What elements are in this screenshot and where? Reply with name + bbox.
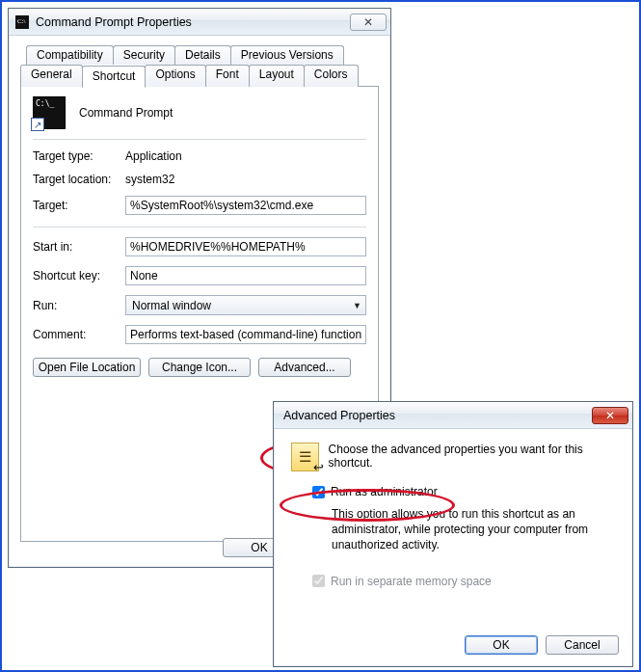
adv-cancel-button[interactable]: Cancel: [546, 635, 619, 655]
tab-colors[interactable]: Colors: [304, 65, 359, 87]
advanced-properties-dialog: Advanced Properties ✕ ☰ Choose the advan…: [273, 401, 633, 667]
run-as-admin-option[interactable]: Run as administrator: [312, 485, 615, 498]
open-file-location-button[interactable]: Open File Location: [33, 358, 141, 377]
comment-input[interactable]: [125, 325, 366, 344]
run-as-admin-desc: This option allows you to run this short…: [332, 506, 615, 553]
shortcut-key-label: Shortcut key:: [33, 269, 125, 282]
target-type-value: Application: [125, 149, 182, 163]
properties-icon: ☰: [291, 443, 319, 471]
titlebar[interactable]: C:\ Command Prompt Properties ✕: [9, 9, 390, 36]
chevron-down-icon: ▼: [353, 301, 361, 310]
change-icon-button[interactable]: Change Icon...: [148, 358, 251, 377]
separate-memory-option: Run in separate memory space: [312, 575, 615, 588]
svg-text:C:\: C:\: [17, 17, 26, 25]
tab-font[interactable]: Font: [205, 65, 250, 87]
comment-label: Comment:: [33, 328, 125, 341]
target-type-label: Target type:: [33, 149, 125, 163]
target-location-label: Target location:: [33, 173, 125, 186]
separate-memory-label: Run in separate memory space: [331, 575, 492, 588]
target-label: Target:: [33, 199, 125, 212]
window-title: Command Prompt Properties: [36, 15, 350, 29]
run-as-admin-label: Run as administrator: [331, 485, 438, 498]
target-location-value: system32: [125, 173, 174, 186]
tab-shortcut[interactable]: Shortcut: [82, 66, 147, 88]
adv-body: ☰ Choose the advanced properties you wan…: [274, 429, 632, 666]
adv-ok-button[interactable]: OK: [465, 635, 538, 655]
tab-previous-versions[interactable]: Previous Versions: [230, 45, 344, 65]
cmd-icon: C:\_ ↗: [33, 96, 66, 129]
adv-titlebar[interactable]: Advanced Properties ✕: [274, 402, 632, 429]
target-input[interactable]: [125, 196, 366, 215]
run-as-admin-checkbox[interactable]: [312, 486, 325, 498]
run-label: Run:: [33, 299, 125, 312]
adv-lead-text: Choose the advanced properties you want …: [329, 443, 615, 470]
tab-compatibility[interactable]: Compatibility: [26, 45, 114, 65]
close-button[interactable]: ✕: [350, 13, 387, 31]
header-label: Command Prompt: [79, 106, 173, 120]
app-icon: C:\: [14, 14, 30, 30]
close-icon: ✕: [363, 15, 373, 29]
advanced-button[interactable]: Advanced...: [258, 358, 351, 377]
adv-title: Advanced Properties: [280, 409, 592, 422]
tab-options[interactable]: Options: [145, 65, 205, 87]
tab-general[interactable]: General: [20, 65, 83, 87]
shortcut-key-input[interactable]: [125, 266, 366, 285]
start-in-label: Start in:: [33, 240, 125, 254]
tab-layout[interactable]: Layout: [249, 65, 305, 87]
adv-close-button[interactable]: ✕: [592, 407, 628, 424]
close-icon: ✕: [605, 409, 615, 422]
start-in-input[interactable]: [125, 237, 366, 256]
run-dropdown-value: Normal window: [132, 299, 211, 312]
run-dropdown[interactable]: Normal window ▼: [125, 295, 366, 315]
tab-security[interactable]: Security: [113, 45, 175, 65]
shortcut-overlay-icon: ↗: [31, 118, 44, 131]
tab-details[interactable]: Details: [174, 45, 231, 65]
separate-memory-checkbox: [312, 575, 325, 587]
